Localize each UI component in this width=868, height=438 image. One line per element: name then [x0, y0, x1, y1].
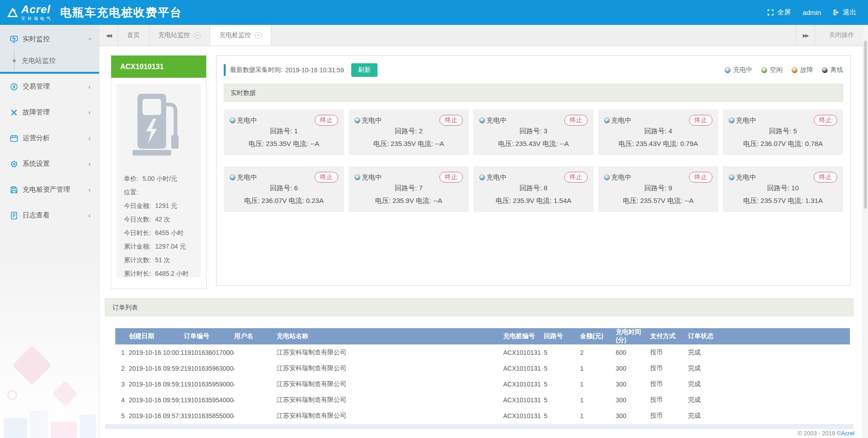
table-cell: 1910163595900045 [184, 376, 234, 392]
terminate-button[interactable]: 终止 [814, 172, 837, 183]
column-header: 订单编号 [184, 328, 234, 344]
circuit-card: 充电中 终止 回路号: 8 电压: 235.9V 电流: 1.54A [473, 166, 594, 212]
legend-item-离线: 离线 [822, 66, 843, 74]
terminate-button[interactable]: 终止 [689, 172, 712, 183]
legend-label: 离线 [830, 66, 843, 74]
terminate-button[interactable]: 终止 [689, 115, 712, 126]
username[interactable]: admin [802, 9, 821, 16]
sidebar-item-故障管理[interactable]: 故障管理‹ [0, 99, 99, 125]
sidebar-item-充电桩资产管理[interactable]: 充电桩资产管理‹ [0, 177, 99, 203]
stat-label: 今日金额: [124, 199, 151, 212]
table-cell: 2019-10-16 09:57:35 [129, 408, 184, 424]
table-cell: 完成 [688, 392, 850, 408]
voltage-current: 电压: 235.57V 电流: --A [604, 197, 712, 205]
horizontal-scrollbar[interactable] [105, 424, 854, 429]
sidebar: 实时监控‹充电站监控¥交易管理‹故障管理‹运营分析‹系统设置‹充电桩资产管理‹日… [0, 25, 99, 438]
chevron-left-icon: ‹ [88, 134, 91, 143]
circuit-card: 充电中 终止 回路号: 7 电压: 235.9V 电流: --A [349, 166, 469, 212]
table-cell: 5 [544, 344, 580, 360]
close-operations-menu[interactable]: 关闭操作 [815, 25, 868, 46]
terminate-button[interactable]: 终止 [564, 172, 588, 183]
acrel-logo: Acrel 安科瑞电气 [0, 4, 53, 21]
stat-label: 累计金额: [124, 240, 151, 253]
fullscreen-icon [767, 9, 774, 16]
sidebar-item-label: 日志查看 [23, 211, 50, 220]
table-cell: 300 [616, 360, 650, 376]
sidebar-item-日志查看[interactable]: 日志查看‹ [0, 203, 99, 228]
legend-item-充电中: 充电中 [725, 66, 752, 74]
voltage-current: 电压: 235.43V 电流: 0.79A [604, 140, 712, 148]
vertical-scrollbar[interactable] [863, 25, 868, 438]
circuit-number: 回路号: 8 [479, 184, 588, 193]
sidebar-item-label: 交易管理 [23, 82, 50, 91]
table-cell: 5 [115, 408, 129, 424]
next-tabs-icon[interactable]: ▶▶ [796, 25, 815, 46]
legend-label: 故障 [800, 66, 813, 74]
realtime-panel: 最新数据采集时间: 2019-10-16 10:31:59 刷新 充电中空闲故障… [216, 55, 851, 286]
table-cell: ACX1010131 [503, 344, 544, 360]
column-header: 创建日期 [129, 328, 184, 344]
brand-subtitle: 安科瑞电气 [21, 17, 53, 21]
table-cell: 完成 [688, 376, 850, 392]
stat-value: 1297.04 元 [155, 240, 186, 253]
stat-value: 1291 元 [155, 199, 177, 212]
tab-充电桩监控[interactable]: 充电桩监控 × [210, 25, 271, 46]
circuit-card: 充电中 终止 回路号: 9 电压: 235.57V 电流: --A [598, 166, 718, 212]
voltage-current: 电压: 236.07V 电流: 0.78A [729, 140, 837, 148]
chevron-left-icon: ‹ [88, 185, 91, 194]
sidebar-subitem-充电站监控[interactable]: 充电站监控 [0, 49, 99, 72]
scrollbar-thumb[interactable] [864, 41, 867, 209]
transaction-icon: ¥ [10, 83, 23, 91]
status-legend: 充电中空闲故障离线 [725, 66, 843, 74]
tab-首页[interactable]: 首页 [118, 25, 149, 46]
log-icon [10, 212, 23, 220]
logout-button[interactable]: 退出 [833, 8, 856, 17]
chevron-left-icon: ‹ [88, 108, 91, 117]
stat-label: 今日次数: [124, 212, 151, 226]
table-row: 52019-10-16 09:57:351910163585500043江苏安科… [115, 408, 850, 424]
fullscreen-button[interactable]: 全屏 [767, 8, 791, 17]
collect-time-value: 2019-10-16 10:31:59 [285, 66, 344, 74]
sidebar-group: 实时监控‹充电站监控 [0, 25, 99, 74]
prev-tabs-icon[interactable]: ◀◀ [99, 25, 118, 46]
realtime-section-title: 实时数据 [224, 84, 843, 102]
tab-充电站监控[interactable]: 充电站监控 × [149, 25, 210, 46]
sidebar-item-系统设置[interactable]: 系统设置‹ [0, 151, 99, 177]
status-label: 充电中 [237, 173, 257, 182]
gear-icon [10, 160, 23, 168]
footer-brand-link[interactable]: ©Acrel [837, 430, 854, 437]
app-header: Acrel 安科瑞电气 电瓶车充电桩收费平台 全屏 admin 退出 [0, 0, 868, 25]
acrel-logo-icon [7, 8, 18, 18]
table-cell: 3 [115, 376, 129, 392]
table-cell: 江苏安科瑞制造有限公司 [277, 344, 503, 360]
sidebar-item-交易管理[interactable]: ¥交易管理‹ [0, 74, 99, 99]
terminate-button[interactable]: 终止 [439, 172, 463, 183]
column-header: 金额(元) [580, 328, 616, 344]
terminate-button[interactable]: 终止 [814, 115, 837, 126]
sidebar-item-运营分析[interactable]: 运营分析‹ [0, 125, 99, 151]
stat-label: 今日时长: [124, 226, 151, 240]
table-row: 42019-10-16 09:59:141910163595400044江苏安科… [115, 392, 850, 408]
table-cell: 投币 [650, 392, 688, 408]
sidebar-item-实时监控[interactable]: 实时监控‹ [0, 28, 99, 49]
terminate-button[interactable]: 终止 [315, 172, 338, 183]
terminate-button[interactable]: 终止 [564, 115, 588, 126]
table-cell [234, 344, 277, 360]
table-cell: 完成 [688, 344, 850, 360]
close-icon[interactable]: × [255, 32, 262, 39]
status-label: 充电中 [611, 116, 632, 125]
table-cell: 2 [115, 360, 129, 376]
table-cell [234, 392, 277, 408]
table-cell: 300 [616, 408, 650, 424]
terminate-button[interactable]: 终止 [439, 115, 463, 126]
charging-status-dot-icon [354, 118, 360, 123]
table-cell: 投币 [650, 344, 688, 360]
refresh-button[interactable]: 刷新 [351, 63, 377, 77]
status-label: 充电中 [736, 173, 756, 182]
decorative-building [30, 411, 48, 438]
table-cell [234, 360, 277, 376]
close-icon[interactable]: × [194, 32, 201, 39]
terminate-button[interactable]: 终止 [315, 115, 338, 126]
stat-line: 今日金额:1291 元 [124, 199, 193, 212]
page-title: 电瓶车充电桩收费平台 [60, 5, 182, 20]
